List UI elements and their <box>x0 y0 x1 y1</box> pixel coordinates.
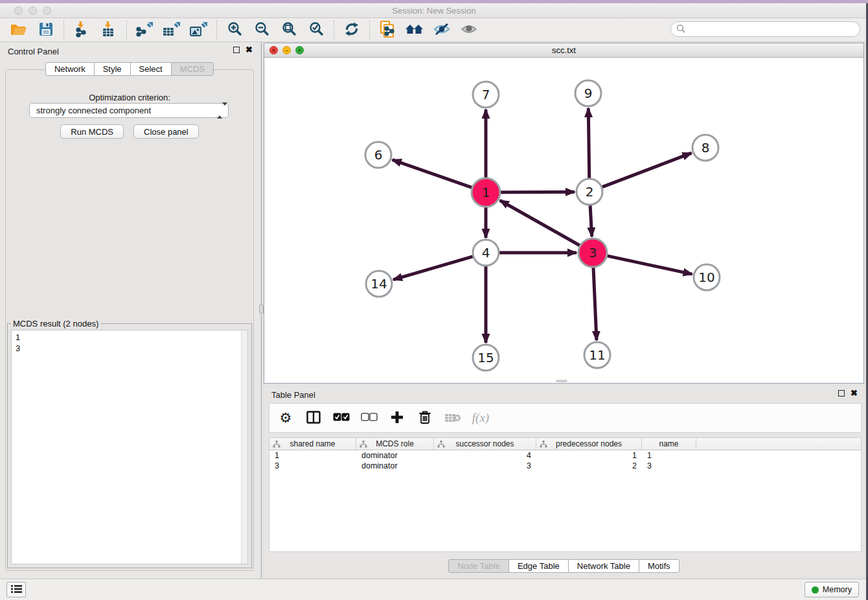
gear-button[interactable]: ⚙ <box>277 410 294 426</box>
graph-node-14[interactable]: 14 <box>366 271 392 297</box>
graph-edge-2-9[interactable] <box>588 108 589 178</box>
control-panel-close-icon[interactable]: ✖ <box>246 47 253 53</box>
add-button[interactable] <box>389 410 405 426</box>
table-cell[interactable]: 1 <box>642 450 696 461</box>
zoom-out-button[interactable] <box>248 19 275 40</box>
memory-button[interactable]: Memory <box>805 582 859 597</box>
toolbar-separator <box>334 20 334 40</box>
tab-style[interactable]: Style <box>94 62 131 76</box>
run-mcds-button[interactable]: Run MCDS <box>60 124 124 139</box>
table-cell[interactable]: 1 <box>269 450 356 461</box>
clone-network-button[interactable] <box>374 19 401 40</box>
graph-edge-2-8[interactable] <box>602 153 692 187</box>
table-cell[interactable]: 4 <box>434 450 536 461</box>
table-cell[interactable]: dominator <box>356 450 434 461</box>
export-network-icon <box>135 21 154 40</box>
zoom-fit-button[interactable] <box>275 19 303 40</box>
export-table-button[interactable] <box>158 19 185 40</box>
graph-edge-1-6[interactable] <box>393 160 472 188</box>
first-neighbors-button[interactable] <box>401 19 428 40</box>
gear-icon: ⚙ <box>280 411 292 425</box>
graph-edge-1-2[interactable] <box>501 192 575 192</box>
result-scrollbar[interactable] <box>241 330 247 564</box>
tab-edge-table[interactable]: Edge Table <box>508 559 569 573</box>
graph-edge-3-1[interactable] <box>500 200 580 245</box>
graph-node-15[interactable]: 15 <box>473 345 499 371</box>
close-panel-button[interactable]: Close panel <box>133 124 199 139</box>
column-header-name[interactable]: name <box>642 438 696 450</box>
tab-network[interactable]: Network <box>45 62 95 76</box>
network-graph: 7968124310141511 <box>264 58 863 384</box>
graph-node-10[interactable]: 10 <box>694 264 720 290</box>
network-window-titlebar[interactable]: × − + scc.txt <box>264 43 863 58</box>
table-row[interactable]: 1dominator411 <box>269 450 861 461</box>
table-cell[interactable]: 1 <box>536 450 642 461</box>
zoom-selected-button[interactable] <box>303 19 330 40</box>
open-folder-button[interactable] <box>5 19 32 40</box>
tab-node-table[interactable]: Node Table <box>448 559 509 573</box>
table-cell[interactable]: dominator <box>356 461 434 471</box>
control-panel-float-icon[interactable] <box>233 47 240 53</box>
tab-network-table[interactable]: Network Table <box>568 559 639 573</box>
hide-selected-button[interactable] <box>428 19 455 40</box>
graph-node-4[interactable]: 4 <box>473 240 499 266</box>
delete-icon <box>418 410 431 426</box>
column-header-predecessor-nodes[interactable]: predecessor nodes <box>536 438 642 450</box>
criterion-dropdown[interactable]: strongly connected component <box>29 103 229 118</box>
column-header-successor-nodes[interactable]: successor nodes <box>434 438 536 450</box>
search-input[interactable] <box>689 25 860 34</box>
mcds-result-textarea[interactable]: 1 3 <box>11 330 248 564</box>
control-panel-header: Control Panel ✖ <box>0 42 259 60</box>
graph-edge-3-10[interactable] <box>607 256 692 274</box>
graph-node-11[interactable]: 11 <box>584 342 610 368</box>
table-cell[interactable]: 3 <box>642 461 696 471</box>
zoom-in-button[interactable] <box>221 19 248 40</box>
graph-edge-2-3[interactable] <box>590 205 592 237</box>
splitter-grip[interactable] <box>259 305 264 314</box>
network-canvas[interactable]: 7968124310141511 <box>264 58 863 383</box>
optimization-criterion-label: Optimization criterion: <box>6 93 253 102</box>
column-label: successor nodes <box>455 439 514 448</box>
tab-select[interactable]: Select <box>130 62 172 76</box>
column-header-MCDS-role[interactable]: MCDS role <box>356 438 434 450</box>
table-cell[interactable]: 3 <box>434 461 536 471</box>
fx-button: f(x) <box>472 410 489 426</box>
graph-node-3[interactable]: 3 <box>578 238 607 267</box>
export-image-button[interactable] <box>185 19 212 40</box>
split-pane-button[interactable] <box>305 410 322 426</box>
svg-text:6: 6 <box>374 147 383 163</box>
tab-motifs[interactable]: Motifs <box>639 559 680 573</box>
delete-button[interactable] <box>417 410 433 426</box>
app-titlebar: Session: New Session <box>0 3 868 18</box>
canvas-scroll-hint[interactable] <box>556 380 567 382</box>
column-label: shared name <box>290 439 335 448</box>
table-panel-close-icon[interactable]: ✖ <box>851 390 858 397</box>
show-all-button[interactable] <box>455 19 483 40</box>
deselect-all-button[interactable] <box>361 410 378 426</box>
graph-node-8[interactable]: 8 <box>692 135 718 161</box>
table-row[interactable]: 3dominator323 <box>269 461 861 471</box>
table-cell[interactable]: 3 <box>269 461 356 471</box>
table-cell[interactable]: 2 <box>536 461 642 471</box>
select-all-button[interactable] <box>333 410 350 426</box>
graph-node-7[interactable]: 7 <box>473 82 499 108</box>
import-network-button[interactable] <box>68 19 95 40</box>
graph-edge-4-14[interactable] <box>393 257 473 280</box>
column-header-shared-name[interactable]: shared name <box>269 438 356 450</box>
graph-node-9[interactable]: 9 <box>575 80 601 106</box>
graph-node-2[interactable]: 2 <box>577 179 602 205</box>
task-history-button[interactable] <box>6 582 26 597</box>
table-body: 1dominator4113dominator323 <box>269 450 861 471</box>
save-button[interactable] <box>32 19 60 40</box>
tab-mcds[interactable]: MCDS <box>171 62 214 76</box>
import-table-button[interactable] <box>95 19 122 40</box>
panel-splitter[interactable] <box>259 42 264 579</box>
search-field[interactable] <box>670 21 860 37</box>
graph-node-6[interactable]: 6 <box>365 142 391 168</box>
graph-edge-3-11[interactable] <box>593 268 597 340</box>
network-window-title: scc.txt <box>264 45 863 55</box>
refresh-button[interactable] <box>338 19 365 40</box>
table-panel-float-icon[interactable] <box>838 390 845 397</box>
export-network-button[interactable] <box>131 19 158 40</box>
graph-node-1[interactable]: 1 <box>472 178 500 207</box>
